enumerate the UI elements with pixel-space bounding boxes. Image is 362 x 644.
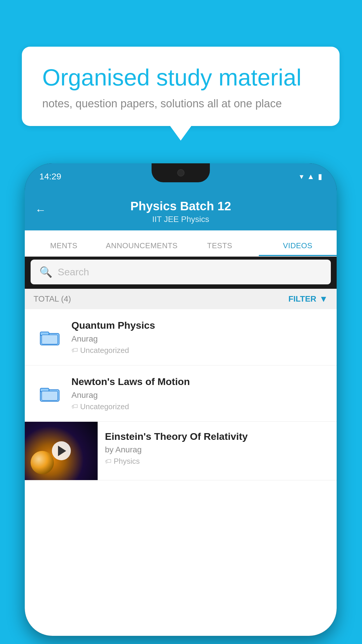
tabs-bar: MENTS ANNOUNCEMENTS TESTS VIDEOS <box>25 230 337 257</box>
video-title: Newton's Laws of Motion <box>71 376 328 388</box>
svg-rect-5 <box>42 391 58 400</box>
filter-label: FILTER <box>288 294 316 304</box>
tab-videos[interactable]: VIDEOS <box>259 241 337 256</box>
video-title: Einstein's Theory Of Relativity <box>105 430 329 442</box>
tag-label: Uncategorized <box>80 402 129 411</box>
status-icons: ▾ ▲ ▮ <box>300 172 322 181</box>
tag-label: Uncategorized <box>80 346 129 355</box>
video-list: Quantum Physics Anurag 🏷 Uncategorized N… <box>25 309 337 636</box>
filter-icon: ▼ <box>319 294 328 304</box>
search-placeholder: Search <box>58 266 89 278</box>
bubble-title: Organised study material <box>42 64 319 91</box>
video-author: by Anurag <box>105 445 329 454</box>
wifi-icon: ▾ <box>300 172 303 181</box>
app-subtitle: IIT JEE Physics <box>152 215 209 224</box>
video-info: Einstein's Theory Of Relativity by Anura… <box>98 422 337 475</box>
play-button[interactable] <box>52 441 71 460</box>
list-item[interactable]: Newton's Laws of Motion Anurag 🏷 Uncateg… <box>25 365 337 422</box>
svg-rect-2 <box>42 335 58 344</box>
video-author: Anurag <box>71 391 328 400</box>
total-count: TOTAL (4) <box>34 294 71 304</box>
tag-icon: 🏷 <box>71 403 78 410</box>
play-icon <box>58 446 66 456</box>
back-button[interactable]: ← <box>35 204 46 216</box>
tag-label: Physics <box>114 457 140 466</box>
search-bar[interactable]: 🔍 Search <box>31 260 331 284</box>
video-thumbnail <box>25 422 98 480</box>
filter-bar: TOTAL (4) FILTER ▼ <box>25 289 337 309</box>
status-time: 14:29 <box>39 172 61 181</box>
battery-icon: ▮ <box>318 172 322 181</box>
app-header: ← Physics Batch 12 IIT JEE Physics <box>25 190 337 230</box>
video-info: Newton's Laws of Motion Anurag 🏷 Uncateg… <box>67 376 328 411</box>
speech-bubble: Organised study material notes, question… <box>22 47 340 126</box>
tab-tests[interactable]: TESTS <box>181 241 259 256</box>
bubble-subtitle: notes, question papers, solutions all at… <box>42 97 319 110</box>
tab-announcements[interactable]: ANNOUNCEMENTS <box>103 241 181 256</box>
filter-button[interactable]: FILTER ▼ <box>288 294 328 304</box>
list-item[interactable]: Quantum Physics Anurag 🏷 Uncategorized <box>25 309 337 365</box>
video-info: Quantum Physics Anurag 🏷 Uncategorized <box>67 319 328 355</box>
folder-icon <box>36 380 63 407</box>
list-item[interactable]: Einstein's Theory Of Relativity by Anura… <box>25 422 337 480</box>
folder-icon <box>36 324 63 350</box>
notch <box>152 163 210 182</box>
video-author: Anurag <box>71 334 328 344</box>
tag-icon: 🏷 <box>71 346 78 354</box>
tag-icon: 🏷 <box>105 458 111 465</box>
app-title: Physics Batch 12 <box>130 199 231 213</box>
video-tag: 🏷 Uncategorized <box>71 346 328 355</box>
phone-mockup: 14:29 ▾ ▲ ▮ ← Physics Batch 12 IIT JEE P… <box>25 163 337 636</box>
tab-ments[interactable]: MENTS <box>25 241 103 256</box>
video-tag: 🏷 Uncategorized <box>71 402 328 411</box>
video-title: Quantum Physics <box>71 319 328 331</box>
search-icon: 🔍 <box>39 266 52 278</box>
signal-icon: ▲ <box>307 172 314 181</box>
video-tag: 🏷 Physics <box>105 457 329 466</box>
camera <box>177 169 184 176</box>
